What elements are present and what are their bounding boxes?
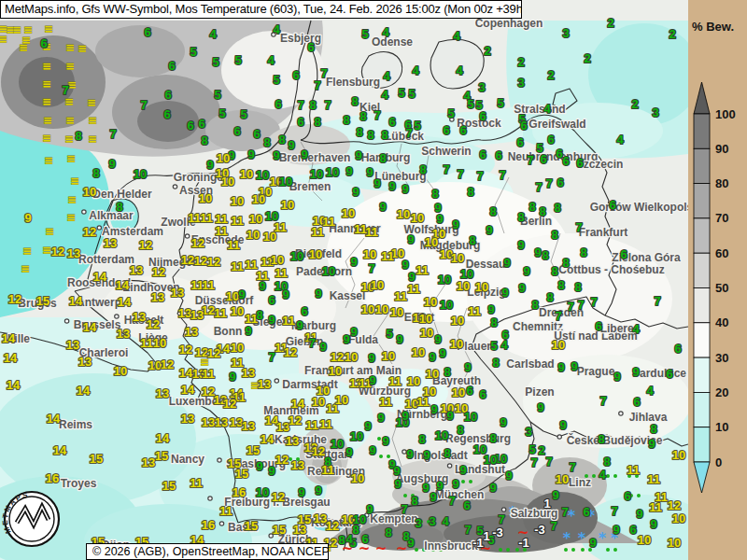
station-temp: 3	[525, 425, 531, 439]
station-temp: 7	[368, 261, 374, 275]
station-temp: 8	[562, 256, 569, 270]
station-temp: 7	[530, 455, 537, 469]
station-temp: 15	[245, 519, 258, 533]
station-temp: 9	[350, 325, 357, 339]
station-temp: 14	[4, 351, 18, 365]
colorbar-tick-label: 50	[715, 281, 728, 295]
station-temp: 10	[231, 194, 244, 208]
station-temp: 13	[142, 455, 155, 469]
station-temp: 6	[620, 247, 627, 261]
station-temp: 10	[290, 249, 303, 263]
station-temp: 5	[218, 106, 225, 120]
station-temp: 8	[256, 308, 262, 322]
city-label: Nancy	[171, 453, 204, 466]
station-temp: 6	[629, 523, 636, 537]
station-temp: 11	[468, 304, 481, 318]
drizzle-icon	[571, 548, 575, 552]
station-temp: 7	[545, 176, 552, 190]
station-temp: 10	[240, 167, 253, 181]
station-temp: 12	[272, 490, 285, 504]
station-temp: 9	[434, 332, 441, 346]
station-temp: 10	[226, 289, 239, 303]
station-temp: 15	[298, 512, 311, 526]
station-temp: 3	[429, 514, 435, 528]
station-temp: 13	[156, 386, 169, 400]
station-temp: 5	[398, 86, 404, 100]
station-temp: 10	[279, 175, 292, 189]
station-temp: 2	[631, 97, 638, 111]
station-temp: 10	[420, 326, 433, 340]
colorbar-title: % Bew.	[692, 20, 734, 34]
station-temp: 9	[379, 200, 386, 214]
station-temp: 16	[202, 518, 215, 532]
station-temp: 9	[206, 158, 213, 172]
station-temp: 9	[407, 232, 414, 246]
station-temp: 10	[361, 302, 374, 316]
station-temp: 6	[443, 123, 449, 137]
haze-icon: ≡	[65, 41, 75, 54]
station-temp: 13	[66, 338, 79, 352]
station-temp: 9	[366, 502, 373, 516]
station-temp: 10	[672, 511, 685, 525]
station-temp: 11	[188, 211, 201, 225]
station-temp: 13	[181, 412, 194, 426]
station-temp: 8	[551, 264, 557, 278]
station-temp: 7	[268, 350, 275, 364]
station-temp: 5	[529, 442, 535, 456]
station-temp: 11	[311, 225, 324, 239]
drizzle-icon	[613, 474, 617, 478]
city-marker-icon	[185, 234, 189, 238]
station-temp: 9	[517, 238, 524, 252]
station-temp: 16	[233, 485, 246, 499]
station-temp: 10	[464, 410, 477, 424]
station-temp: 11	[214, 306, 227, 320]
station-temp: 8	[551, 228, 557, 242]
station-temp: 5	[386, 327, 392, 341]
station-temp: 11	[365, 225, 378, 239]
footer-copyright[interactable]: © 2026 (AGB), OpenStreetMap, NOAA NCEP	[86, 543, 329, 560]
city-label: Greifswald	[529, 118, 585, 131]
station-temp: 13	[78, 355, 92, 369]
station-temp: 4	[632, 322, 640, 336]
drizzle-icon	[637, 494, 641, 497]
station-temp: 8	[351, 94, 358, 108]
haze-icon: ≡	[87, 96, 96, 109]
haze-icon: ≡	[42, 95, 51, 108]
station-temp: 9	[377, 411, 384, 425]
station-temp: 7	[535, 180, 542, 194]
station-temp: 8	[489, 204, 496, 218]
haze-icon: ≡	[12, 23, 21, 36]
station-temp: 5	[273, 73, 279, 87]
station-temp: 6	[562, 154, 569, 168]
station-temp: 7	[590, 295, 597, 309]
station-temp: 5	[214, 88, 220, 102]
station-temp: 6	[576, 156, 583, 170]
colorbar-segment	[694, 148, 710, 183]
station-temp: 14	[93, 270, 107, 284]
station-temp: 8	[201, 133, 207, 147]
station-temp: 12	[8, 292, 21, 306]
haze-icon: ≡	[19, 41, 28, 54]
station-temp: 6	[233, 124, 240, 138]
station-temp: 10	[331, 437, 344, 451]
station-temp: 15	[247, 443, 260, 457]
station-temp: 10	[83, 185, 96, 199]
station-temp: 12	[147, 317, 160, 331]
city-label: Gorzów Wielkopolski	[590, 201, 703, 214]
station-temp: 10	[350, 429, 363, 443]
city-label: Brussels	[74, 318, 121, 331]
station-temp: 6	[361, 532, 368, 546]
station-temp: 11	[649, 500, 662, 514]
station-temp: 14	[181, 383, 195, 397]
station-temp: 7	[545, 455, 552, 469]
station-temp: 12	[275, 453, 289, 467]
station-temp: 8	[418, 432, 425, 446]
station-temp: 8	[278, 133, 285, 147]
station-temp: 6	[164, 88, 171, 102]
station-temp: 10	[199, 191, 212, 205]
weather-map[interactable]: ≡≡≡≡≡≡≡≡≡≡≡≡≡≡≡≡≡≡≡≡≡≡≡≡≡≡≡≡≡≡≡≡≡≡≡≡****…	[0, 0, 747, 560]
station-temp: 9	[552, 488, 558, 502]
station-temp: 8	[489, 431, 496, 445]
colorbar-tick-label: 80	[715, 176, 728, 190]
station-temp: 10	[426, 367, 439, 381]
